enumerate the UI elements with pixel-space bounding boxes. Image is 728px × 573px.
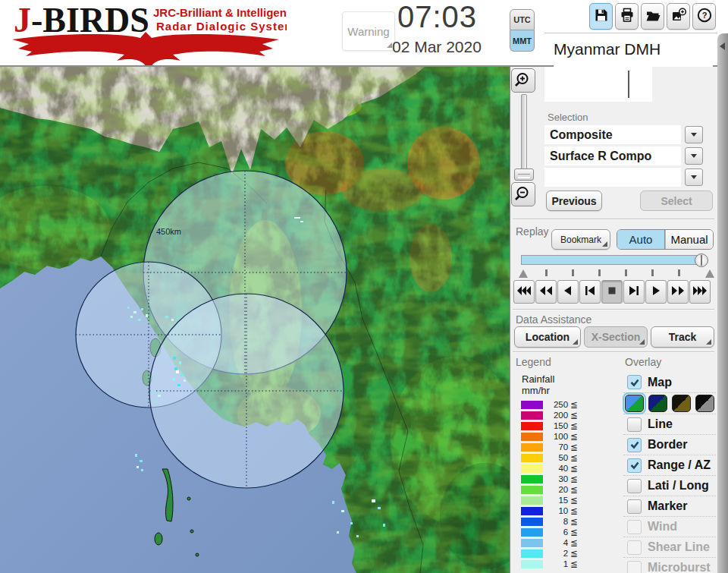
stop-button[interactable] [601, 280, 623, 304]
chevron-down-icon [691, 154, 697, 158]
clock-time: 07:03 [397, 0, 485, 39]
checkbox[interactable] [627, 417, 642, 432]
legend-threshold: 2 ≦ [543, 548, 578, 559]
legend-row: 250 ≦ [521, 399, 578, 410]
legend-row: 15 ≦ [521, 495, 578, 505]
legend-threshold: 30 ≦ [543, 474, 578, 484]
overlay-item-label: Shear Line [648, 540, 710, 554]
selection-label: Selection [548, 112, 588, 123]
timeline-tick [678, 269, 680, 276]
save-button[interactable] [589, 3, 613, 30]
timeline-ticks [519, 268, 714, 280]
previous-button[interactable]: Previous [546, 190, 602, 211]
fastest-forward-button[interactable] [689, 280, 711, 304]
fast-forward-button[interactable] [667, 280, 689, 304]
track-button[interactable]: Track [651, 326, 714, 348]
range-label: 450km [156, 227, 181, 236]
dropdown-arrow-button[interactable] [685, 147, 703, 165]
rainfall-legend: 250 ≦200 ≦150 ≦100 ≦70 ≦50 ≦40 ≦30 ≦20 ≦… [521, 399, 578, 569]
legend-quantity: Rainfall [522, 373, 554, 385]
print-button[interactable] [615, 3, 639, 30]
zoom-slider-thumb[interactable] [514, 168, 534, 181]
chevron-down-icon [691, 175, 697, 179]
export-icon [670, 7, 687, 27]
replay-timeline-track[interactable] [521, 255, 703, 265]
manual-mode-button[interactable]: Manual [665, 230, 713, 249]
map-style-swatch-2[interactable] [648, 395, 667, 412]
eagle-icon [12, 32, 279, 65]
step-forward-button[interactable] [623, 280, 645, 304]
fast-forward-icon [670, 283, 686, 301]
checkbox[interactable] [627, 375, 642, 389]
zoom-out-button[interactable] [511, 182, 535, 206]
help-button[interactable]: ? [692, 3, 716, 30]
map-style-swatch-4[interactable] [695, 395, 714, 412]
mmt-button[interactable]: MMT [510, 30, 535, 52]
step-back-icon [582, 283, 598, 301]
timezone-toggle: UTC MMT [510, 9, 535, 52]
checkbox [627, 540, 642, 555]
legend-row: 6 ≦ [521, 527, 578, 537]
site-input[interactable] [544, 67, 652, 102]
zoom-out-icon [513, 184, 533, 204]
checkbox[interactable] [627, 458, 642, 473]
selection-dropdown-1[interactable]: Composite [544, 125, 681, 144]
utc-button[interactable]: UTC [510, 9, 535, 30]
legend-color-swatch [521, 539, 543, 547]
zoom-in-button[interactable] [511, 68, 535, 93]
play-reverse-button[interactable] [557, 280, 579, 304]
checkbox[interactable] [627, 479, 642, 493]
step-back-button[interactable] [579, 280, 601, 304]
dropdown-arrow-button[interactable] [685, 126, 703, 143]
dropdown-arrow-button[interactable] [685, 168, 703, 186]
selection-dropdown-3[interactable] [544, 168, 681, 187]
panel-collapse-strip[interactable] [717, 33, 728, 573]
corner-fold-icon [387, 43, 392, 48]
checkbox[interactable] [627, 499, 642, 514]
legend-color-swatch [521, 475, 543, 483]
legend-color-swatch [521, 401, 543, 409]
overlay-item-label: Microburst [648, 561, 711, 573]
rewind-icon [538, 283, 554, 301]
text-caret [628, 71, 629, 98]
fastest-rewind-button[interactable] [513, 280, 535, 304]
timeline-tick [545, 269, 548, 276]
radar-map[interactable]: 450km [0, 67, 510, 573]
replay-timeline-handle[interactable] [695, 253, 708, 267]
svg-text:Radar Dialogic System: Radar Dialogic System [156, 20, 287, 33]
bookmark-label: Bookmark [560, 235, 601, 245]
open-folder-button[interactable] [641, 3, 664, 30]
rewind-button[interactable] [535, 280, 557, 304]
location-button[interactable]: Location [514, 326, 581, 348]
legend-row: 50 ≦ [521, 452, 578, 463]
checkbox[interactable] [627, 438, 642, 452]
bookmark-button[interactable]: Bookmark [551, 229, 610, 250]
legend-color-swatch [521, 411, 543, 420]
selection-dropdown-2[interactable]: Surface R Compo [544, 146, 681, 165]
auto-mode-button[interactable]: Auto [617, 230, 665, 249]
export-image-button[interactable] [667, 3, 690, 30]
timeline-end-marker-icon [705, 269, 714, 278]
replay-mode-toggle: Auto Manual [617, 229, 714, 250]
playback-controls [513, 280, 711, 304]
map-style-picker [623, 392, 716, 414]
map-style-swatch-1[interactable] [625, 395, 644, 412]
select-button[interactable]: Select [640, 190, 713, 211]
legend-label: Legend [516, 356, 551, 368]
divider [513, 219, 714, 220]
legend-color-swatch [521, 443, 543, 452]
legend-row: 8 ≦ [521, 516, 578, 527]
x-section-button[interactable]: X-Section [584, 326, 648, 348]
overlay-item-lati-long: Lati / Long [623, 475, 716, 496]
legend-threshold: 70 ≦ [543, 442, 578, 452]
checkbox [627, 520, 642, 534]
play-button[interactable] [645, 280, 667, 304]
stop-icon [604, 283, 620, 301]
warning-button[interactable]: Warning [342, 11, 395, 51]
terrain-map: 450km [0, 67, 510, 573]
legend-threshold: 250 ≦ [543, 399, 578, 410]
map-style-swatch-3[interactable] [672, 395, 691, 412]
legend-threshold: 20 ≦ [543, 484, 578, 495]
legend-threshold: 100 ≦ [543, 431, 578, 442]
zoom-slider-track[interactable] [521, 94, 527, 170]
